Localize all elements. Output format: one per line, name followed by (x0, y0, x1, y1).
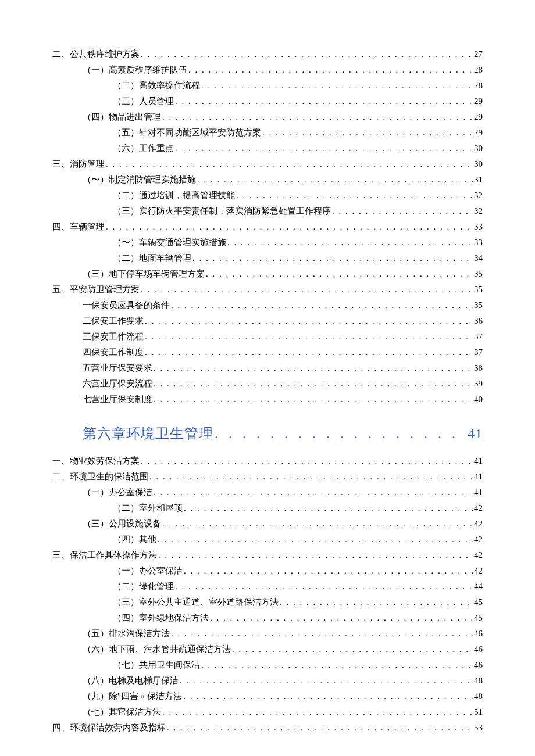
toc-row: 一保安员应具备的条件35 (52, 298, 483, 313)
toc-page-number: 36 (474, 313, 483, 329)
toc-leader-dots (145, 313, 473, 329)
toc-leader-dots (175, 579, 473, 594)
toc-leader-dots (201, 78, 473, 94)
toc-label: （四）室外绿地保洁方法 (113, 610, 209, 626)
toc-page-number: 30 (474, 141, 483, 156)
toc-page-number: 46 (474, 626, 483, 642)
toc-row: （六）工作重点30 (52, 141, 483, 156)
toc-row: 二保安工作要求36 (52, 313, 483, 329)
toc-row: （五）针对不同功能区域平安防范方案29 (52, 125, 483, 141)
toc-page-number: 35 (474, 298, 483, 313)
toc-label: （四）物品进出管理 (83, 109, 161, 125)
toc-page-number: 33 (474, 219, 483, 235)
toc-page-number: 39 (474, 376, 483, 392)
toc-row: （三）人员管理29 (52, 94, 483, 109)
toc-leader-dots (154, 360, 473, 376)
toc-leader-dots (162, 109, 473, 125)
toc-label: （一）办公室保洁 (83, 485, 152, 500)
toc-label: （一）办公室保洁 (113, 563, 183, 579)
toc-leader-dots (145, 345, 473, 360)
toc-leader-dots (227, 235, 473, 250)
toc-leader-dots (145, 329, 473, 345)
toc-leader-dots (162, 516, 473, 532)
toc-label: 三、保洁工作具体操作方法 (52, 547, 157, 563)
toc-leader-dots (232, 642, 473, 657)
toc-label: （〜）车辆交通管理实施措施 (113, 235, 226, 250)
toc-leader-dots (158, 532, 473, 547)
toc-leader-dots (141, 282, 473, 298)
toc-page-number: 37 (474, 345, 483, 360)
toc-label: 二、环境卫生的保洁范围 (52, 469, 148, 485)
toc-leader-dots (280, 594, 473, 610)
toc-leader-dots (149, 469, 473, 485)
toc-page-number: 31 (474, 172, 483, 188)
toc-page-number: 28 (474, 62, 483, 78)
toc-row: （六）地下雨、污水管井疏通保洁方法46 (52, 642, 483, 657)
toc-page-number: 41 (474, 469, 483, 485)
toc-leader-dots (184, 500, 473, 516)
toc-row: 第六章环境卫生管理41 (83, 421, 483, 446)
toc-page-number: 45 (474, 610, 483, 626)
toc-leader-dots (206, 266, 473, 282)
toc-label: （二）地面车辆管理 (113, 250, 191, 266)
toc-label: （七）其它保洁方法 (83, 704, 161, 720)
toc-label: （二）室外和屋顶 (113, 500, 183, 516)
toc-label: （五）针对不同功能区域平安防范方案 (113, 125, 261, 141)
toc-label: （六）地下雨、污水管井疏通保洁方法 (83, 642, 231, 657)
toc-page-number: 38 (474, 360, 483, 376)
toc-page-number: 42 (474, 516, 483, 532)
toc-leader-dots (158, 547, 473, 563)
toc-row: 二、环境卫生的保洁范围41 (52, 469, 483, 485)
toc-leader-dots (162, 704, 473, 720)
toc-container: 二、公共秩序维护方案27（一）高素质秩序维护队伍28（二）高效率操作流程28（三… (0, 0, 535, 756)
toc-label: （四）其他 (113, 532, 156, 547)
toc-page-number: 27 (474, 46, 483, 62)
toc-row: （三）实行防火平安责任制，落实消防紧急处置工作程序32 (52, 203, 483, 219)
toc-page-number: 37 (474, 329, 483, 345)
toc-page-number: 30 (474, 156, 483, 172)
toc-leader-dots (215, 421, 466, 446)
toc-row: 二、公共秩序维护方案27 (52, 46, 483, 62)
toc-row: 一、物业效劳保洁方案41 (52, 453, 483, 469)
toc-label: （二）绿化管理 (113, 579, 174, 594)
toc-label: （三）地下停车场车辆管理方案 (83, 266, 205, 282)
toc-row: （一）办公室保洁42 (52, 563, 483, 579)
toc-label: 一保安员应具备的条件 (83, 298, 170, 313)
toc-row: （二）室外和屋顶42 (52, 500, 483, 516)
toc-row: 三保安工作流程37 (52, 329, 483, 345)
toc-label: （三）实行防火平安责任制，落实消防紧急处置工作程序 (113, 203, 331, 219)
toc-leader-dots (141, 46, 473, 62)
toc-leader-dots (192, 250, 473, 266)
toc-page-number: 45 (474, 594, 483, 610)
toc-row: 五、平安防卫管理方案35 (52, 282, 483, 298)
toc-label: （七）共用卫生间保洁 (113, 657, 200, 673)
toc-page-number: 48 (474, 673, 483, 689)
toc-row: （四）物品进出管理29 (52, 109, 483, 125)
toc-row: 三、保洁工作具体操作方法42 (52, 547, 483, 563)
toc-page-number: 28 (474, 78, 483, 94)
toc-label: 五、平安防卫管理方案 (52, 282, 140, 298)
toc-page-number: 41 (468, 421, 483, 446)
toc-leader-dots (154, 392, 473, 407)
toc-page-number: 32 (474, 188, 483, 203)
toc-leader-dots (106, 219, 473, 235)
toc-label: （二）高效率操作流程 (113, 78, 200, 94)
toc-leader-dots (106, 156, 473, 172)
toc-leader-dots (175, 141, 473, 156)
toc-leader-dots (180, 673, 473, 689)
toc-label: 四、车辆管理 (52, 219, 105, 235)
toc-row: 四保安工作制度37 (52, 345, 483, 360)
toc-page-number: 48 (474, 689, 483, 704)
toc-page-number: 40 (474, 392, 483, 407)
toc-page-number: 42 (474, 563, 483, 579)
toc-label: （六）工作重点 (113, 141, 174, 156)
toc-leader-dots (183, 689, 473, 704)
toc-page-number: 29 (474, 109, 483, 125)
toc-row: （二）绿化管理44 (52, 579, 483, 594)
toc-leader-dots (171, 298, 473, 313)
toc-row: 五营业厅保安要求38 (52, 360, 483, 376)
toc-page-number: 42 (474, 500, 483, 516)
toc-row: （一）高素质秩序维护队伍28 (52, 62, 483, 78)
toc-label: 六营业厅保安流程 (83, 376, 152, 392)
toc-page-number: 29 (474, 125, 483, 141)
